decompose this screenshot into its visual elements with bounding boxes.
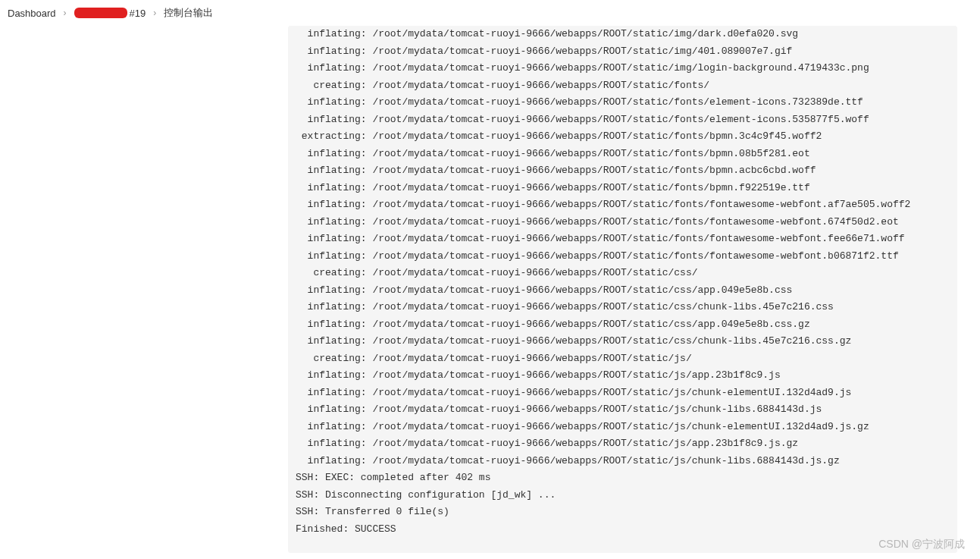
console-output: inflating: /root/mydata/tomcat-ruoyi-966… [288, 26, 957, 553]
console-line: inflating: /root/mydata/tomcat-ruoyi-966… [296, 248, 950, 265]
console-line: inflating: /root/mydata/tomcat-ruoyi-966… [296, 26, 950, 43]
console-line: inflating: /root/mydata/tomcat-ruoyi-966… [296, 162, 950, 180]
console-line: inflating: /root/mydata/tomcat-ruoyi-966… [296, 367, 950, 385]
console-line: inflating: /root/mydata/tomcat-ruoyi-966… [296, 316, 950, 334]
breadcrumb-build-number: #19 [130, 8, 146, 19]
console-line: inflating: /root/mydata/tomcat-ruoyi-966… [296, 94, 950, 111]
console-line: inflating: /root/mydata/tomcat-ruoyi-966… [296, 333, 950, 350]
console-line: inflating: /root/mydata/tomcat-ruoyi-966… [296, 111, 950, 129]
console-line: creating: /root/mydata/tomcat-ruoyi-9666… [296, 350, 950, 368]
console-line: SSH: Disconnecting configuration [jd_wk]… [296, 487, 950, 504]
console-line: inflating: /root/mydata/tomcat-ruoyi-966… [296, 180, 950, 197]
console-line: inflating: /root/mydata/tomcat-ruoyi-966… [296, 43, 950, 61]
console-line: inflating: /root/mydata/tomcat-ruoyi-966… [296, 401, 950, 419]
console-line: inflating: /root/mydata/tomcat-ruoyi-966… [296, 231, 950, 248]
console-line: inflating: /root/mydata/tomcat-ruoyi-966… [296, 435, 950, 453]
console-line: inflating: /root/mydata/tomcat-ruoyi-966… [296, 299, 950, 316]
console-line: inflating: /root/mydata/tomcat-ruoyi-966… [296, 453, 950, 470]
console-line: inflating: /root/mydata/tomcat-ruoyi-966… [296, 146, 950, 163]
chevron-right-icon: › [153, 8, 156, 18]
console-line: Finished: SUCCESS [296, 521, 950, 539]
console-line: SSH: EXEC: completed after 402 ms [296, 469, 950, 487]
console-line: extracting: /root/mydata/tomcat-ruoyi-96… [296, 128, 950, 146]
console-line: SSH: Transferred 0 file(s) [296, 504, 950, 521]
breadcrumb-dashboard[interactable]: Dashboard [8, 8, 56, 19]
breadcrumb-job[interactable]: #19 [74, 8, 146, 19]
console-output-panel: inflating: /root/mydata/tomcat-ruoyi-966… [288, 26, 957, 553]
console-line: inflating: /root/mydata/tomcat-ruoyi-966… [296, 214, 950, 231]
console-line: inflating: /root/mydata/tomcat-ruoyi-966… [296, 196, 950, 214]
console-line: inflating: /root/mydata/tomcat-ruoyi-966… [296, 282, 950, 300]
chevron-right-icon: › [64, 8, 67, 18]
redacted-badge [74, 8, 127, 18]
console-line: inflating: /root/mydata/tomcat-ruoyi-966… [296, 385, 950, 402]
console-line: inflating: /root/mydata/tomcat-ruoyi-966… [296, 60, 950, 77]
console-line: inflating: /root/mydata/tomcat-ruoyi-966… [296, 419, 950, 436]
console-line: creating: /root/mydata/tomcat-ruoyi-9666… [296, 77, 950, 95]
breadcrumb-console-output[interactable]: 控制台输出 [164, 6, 213, 20]
console-line: creating: /root/mydata/tomcat-ruoyi-9666… [296, 265, 950, 282]
breadcrumb: Dashboard › #19 › 控制台输出 [0, 0, 980, 26]
